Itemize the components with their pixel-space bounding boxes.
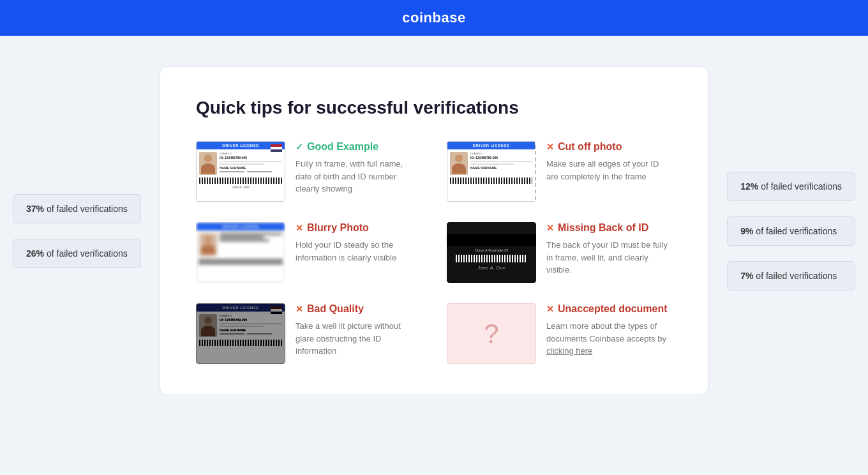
bad-icon-cutoff: ✕ <box>546 142 554 152</box>
id-photo-blurry <box>199 233 217 256</box>
right-badge-1: 12% of failed verifications <box>727 172 855 201</box>
tip-desc-back: The back of your ID must be fully in fra… <box>546 239 672 276</box>
left-badge-2-percent: 26% <box>26 248 44 259</box>
clicking-here-link[interactable]: clicking here <box>546 346 592 356</box>
id-photo-head-cutoff <box>455 155 463 162</box>
tip-content-blurry: ✕ Blurry Photo Hold your ID steady so th… <box>296 222 421 264</box>
tip-label-good: ✓ Good Example <box>296 141 421 153</box>
tip-title-blurry: Blurry Photo <box>307 222 369 234</box>
id-photo-cutoff <box>450 152 468 175</box>
page-body: 37% of failed verifications 26% of faile… <box>0 36 868 426</box>
tip-content-bad: ✕ Bad Quality Take a well lit picture wi… <box>296 303 421 358</box>
left-badge-1-percent: 37% <box>26 204 44 214</box>
bad-icon-unaccepted: ✕ <box>546 304 554 314</box>
right-badge-2: 9% of failed verifications <box>727 216 855 246</box>
right-badge-2-percent: 9% <box>740 226 753 236</box>
id-photo-body-blurry <box>201 245 215 255</box>
tip-image-good: DRIVER LICENSE EXAMPLE ID: 123456789-005 <box>196 141 285 202</box>
id-photo-body-bad <box>201 326 215 336</box>
tip-missing-back: Class A Example ID Jane A. Doe ✕ Missing… <box>447 222 672 283</box>
tip-desc-bad: Take a well lit picture without glare ob… <box>296 320 421 358</box>
id-header-blurry: DRIVER LICENSE <box>197 223 285 230</box>
tip-desc-good: Fully in frame, with full name, date of … <box>296 158 421 195</box>
bad-icon-blurry: ✕ <box>296 223 303 233</box>
id-info-good: EXAMPLE ID: 123456789-005 NAME SURNAME <box>220 152 282 175</box>
left-badges: 37% of failed verifications 26% of faile… <box>13 194 141 268</box>
back-barcode <box>456 255 527 262</box>
right-badges: 12% of failed verifications 9% of failed… <box>727 172 855 290</box>
left-badge-2-label: of failed verifications <box>47 248 128 259</box>
tip-content-cutoff: ✕ Cut off photo Make sure all edges of y… <box>546 141 672 183</box>
main-card: Quick tips for successful verifications … <box>160 66 708 395</box>
back-signature: Jane A. Doe <box>477 265 505 271</box>
id-photo-head <box>204 155 212 162</box>
id-body-blurry <box>197 230 285 257</box>
tip-title-good: Good Example <box>307 141 378 153</box>
id-header-cutoff: DRIVER LICENSE <box>447 142 535 149</box>
id-card-back: Class A Example ID Jane A. Doe <box>447 222 536 283</box>
tip-title-back: Missing Back of ID <box>558 222 648 234</box>
bad-icon-quality: ✕ <box>296 304 303 314</box>
id-card-unknown: ? <box>447 303 536 364</box>
id-card-good: DRIVER LICENSE EXAMPLE ID: 123456789-005 <box>196 141 285 202</box>
left-badge-2: 26% of failed verifications <box>13 239 141 268</box>
id-photo-head-blurry <box>204 236 212 243</box>
id-body-cutoff: EXAMPLE ID: 123456789-005 NAME SURNAME <box>447 149 535 176</box>
id-barcode-good <box>199 177 282 184</box>
tip-blurry-photo: DRIVER LICENSE <box>196 222 421 283</box>
tip-image-cutoff: DRIVER LICENSE EXAMPLE ID: 123456789-005 <box>447 141 536 202</box>
id-photo-good <box>199 152 217 175</box>
id-flag <box>271 144 282 152</box>
tip-content-good: ✓ Good Example Fully in frame, with full… <box>296 141 421 195</box>
app-header: coinbase <box>0 0 868 36</box>
back-label: Class A Example ID <box>475 248 509 252</box>
id-barcode-bad <box>199 340 282 346</box>
tip-label-cutoff: ✕ Cut off photo <box>546 141 672 153</box>
right-badge-3-percent: 7% <box>740 271 753 281</box>
tip-bad-quality: DRIVER LICENSE EXAMPLE ID: 123456789-005 <box>196 303 421 364</box>
tip-label-bad: ✕ Bad Quality <box>296 303 421 315</box>
id-photo-body-cutoff <box>452 163 466 174</box>
tip-title-cutoff: Cut off photo <box>558 141 622 153</box>
tip-title-bad: Bad Quality <box>307 303 364 315</box>
tip-label-blurry: ✕ Blurry Photo <box>296 222 421 234</box>
tips-grid: DRIVER LICENSE EXAMPLE ID: 123456789-005 <box>196 141 672 364</box>
id-card-bad: DRIVER LICENSE EXAMPLE ID: 123456789-005 <box>196 303 285 364</box>
tip-image-back: Class A Example ID Jane A. Doe <box>447 222 536 283</box>
id-number-good: ID: 123456789-005 <box>220 156 282 160</box>
coinbase-logo: coinbase <box>402 10 465 26</box>
id-photo-body <box>201 163 215 174</box>
tip-desc-cutoff: Make sure all edges of your ID are compl… <box>546 158 672 183</box>
tip-desc-blurry: Hold your ID steady so the information i… <box>296 239 421 264</box>
tip-content-unaccepted: ✕ Unaccepted document Learn more about t… <box>546 303 672 358</box>
page-title: Quick tips for successful verifications <box>196 98 672 118</box>
tip-title-unaccepted: Unaccepted document <box>558 303 668 315</box>
tip-image-bad: DRIVER LICENSE EXAMPLE ID: 123456789-005 <box>196 303 285 364</box>
tip-unaccepted: ? ✕ Unaccepted document Learn more about… <box>447 303 672 364</box>
id-info-cutoff: EXAMPLE ID: 123456789-005 NAME SURNAME <box>470 152 532 175</box>
id-info-blurry <box>220 233 282 256</box>
id-flag-bad <box>271 306 282 314</box>
question-mark-icon: ? <box>484 319 498 349</box>
tip-desc-unaccepted: Learn more about the types of documents … <box>546 320 672 358</box>
id-body-bad: EXAMPLE ID: 123456789-005 NAME SURNAME <box>197 312 285 338</box>
id-card-body: EXAMPLE ID: 123456789-005 NAME SURNAME <box>197 149 285 176</box>
id-card-blurry: DRIVER LICENSE <box>196 222 285 283</box>
tip-label-unaccepted: ✕ Unaccepted document <box>546 303 672 315</box>
id-info-bad: EXAMPLE ID: 123456789-005 NAME SURNAME <box>220 314 282 337</box>
tip-good-example: DRIVER LICENSE EXAMPLE ID: 123456789-005 <box>196 141 421 202</box>
id-card-cutoff: DRIVER LICENSE EXAMPLE ID: 123456789-005 <box>447 141 536 202</box>
right-badge-1-label: of failed verifications <box>761 181 842 192</box>
tip-label-back: ✕ Missing Back of ID <box>546 222 672 234</box>
tip-image-blurry: DRIVER LICENSE <box>196 222 285 283</box>
id-photo-bad <box>199 314 217 337</box>
tip-content-back: ✕ Missing Back of ID The back of your ID… <box>546 222 672 276</box>
tip-cutoff-photo: DRIVER LICENSE EXAMPLE ID: 123456789-005 <box>447 141 672 202</box>
bad-icon-back: ✕ <box>546 223 554 233</box>
back-magnetic-stripe <box>447 234 536 246</box>
right-badge-3: 7% of failed verifications <box>727 261 855 290</box>
id-barcode-cutoff <box>450 177 532 184</box>
left-badge-1: 37% of failed verifications <box>13 194 141 223</box>
good-icon: ✓ <box>296 142 303 152</box>
tip-image-unknown: ? <box>447 303 536 364</box>
